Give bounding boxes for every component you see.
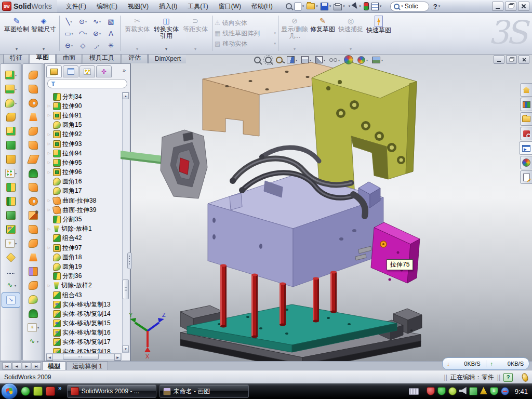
document-tab[interactable]: 模型 xyxy=(42,362,66,370)
restore-button[interactable] xyxy=(505,2,516,11)
tree-item[interactable]: 圆角18 xyxy=(46,252,122,262)
new-document-button[interactable] xyxy=(294,1,305,11)
solidworks-launcher-icon[interactable] xyxy=(46,387,55,396)
menu-item[interactable]: 工具(T) xyxy=(183,1,212,12)
first-page-button[interactable]: |◀ xyxy=(2,362,11,370)
appearances-tab[interactable] xyxy=(520,156,532,169)
mirror-entities-button[interactable]: 镜向实体 xyxy=(215,18,276,28)
tree-item[interactable]: 拉伸93 xyxy=(46,139,122,149)
tree-item[interactable]: 分割35 xyxy=(46,215,122,224)
tree-item[interactable]: 组合42 xyxy=(46,234,122,243)
file-explorer-tab[interactable] xyxy=(520,112,532,126)
move-copy-body-icon[interactable] xyxy=(2,222,20,236)
options-button[interactable] xyxy=(370,1,383,11)
scroll-thumb[interactable] xyxy=(63,354,99,360)
filter-box[interactable] xyxy=(47,79,127,88)
surface-revolve-icon[interactable] xyxy=(24,82,42,96)
messenger-icon[interactable] xyxy=(21,387,30,396)
doc-restore-button[interactable] xyxy=(506,55,517,64)
ruled-surface-icon[interactable] xyxy=(24,194,42,208)
zoom-to-fit-button[interactable] xyxy=(253,55,262,65)
extruded-boss-icon[interactable] xyxy=(2,68,20,82)
tree-item[interactable]: 拉伸94 xyxy=(46,149,122,158)
keyboard-layout-icon[interactable] xyxy=(409,388,419,395)
spline-tool[interactable]: ∿ xyxy=(90,16,104,28)
alert-icon[interactable] xyxy=(480,387,487,394)
tree-item[interactable]: 曲面-拉伸38 xyxy=(46,196,122,205)
minimize-button[interactable] xyxy=(492,2,503,11)
expand-icon[interactable] xyxy=(47,208,51,212)
sync-paused-icon[interactable] xyxy=(501,387,509,395)
taskbar-clock[interactable]: 9:41 xyxy=(515,388,528,395)
extruded-cut-icon[interactable] xyxy=(2,82,20,96)
box-select-tool[interactable]: ▧ xyxy=(104,16,118,28)
combine-icon[interactable] xyxy=(2,208,20,222)
tree-item[interactable]: 拉伸91 xyxy=(46,111,122,120)
menu-item[interactable]: 编辑(E) xyxy=(92,1,122,12)
tree-item[interactable]: 拉伸90 xyxy=(46,101,122,111)
taskbar-task-button[interactable]: SolidWorks 2009 - ... xyxy=(67,384,156,398)
polygon-tool[interactable]: ◇ xyxy=(76,39,90,51)
slot-tool[interactable]: ⊖ xyxy=(62,39,76,51)
expand-icon[interactable] xyxy=(47,170,51,175)
ribbon-tab[interactable]: DimXpert xyxy=(148,53,188,63)
panel-overflow-button[interactable]: » xyxy=(121,67,128,74)
dome-icon[interactable] xyxy=(24,307,42,321)
usb-device-icon[interactable] xyxy=(469,387,477,395)
rapid-sketch-button[interactable]: 快速草图 xyxy=(365,14,393,53)
horizontal-scrollbar[interactable]: ◀ ▶ xyxy=(46,353,122,360)
surface-sweep-icon[interactable] xyxy=(24,68,42,82)
sketch-button[interactable]: 草图绘制 xyxy=(3,14,30,53)
replace-face-icon[interactable] xyxy=(24,222,42,236)
featuremanager-tab[interactable] xyxy=(46,65,62,77)
quick-tips-button[interactable]: ? xyxy=(503,373,513,382)
sketch-fillet-tool[interactable]: ◞ xyxy=(90,39,104,51)
expand-icon[interactable] xyxy=(47,132,51,137)
configurationmanager-tab[interactable] xyxy=(79,65,95,77)
tree-item[interactable]: 切除-放样1 xyxy=(46,224,122,234)
curve-icon[interactable] xyxy=(2,278,20,292)
security-suite-icon[interactable] xyxy=(33,387,43,396)
revolved-boss-icon[interactable] xyxy=(2,124,20,138)
select-button[interactable] xyxy=(352,1,362,11)
move-entities-button[interactable]: 移动实体 xyxy=(215,39,276,48)
open-button[interactable] xyxy=(305,1,319,11)
view-orientation-button[interactable] xyxy=(300,55,312,65)
tree-item[interactable]: 拉伸92 xyxy=(46,130,122,139)
verified-badge-icon[interactable] xyxy=(448,387,457,395)
tree-item[interactable]: 拉伸97 xyxy=(46,243,122,252)
firewall-shield-icon[interactable] xyxy=(437,387,446,395)
tree-item[interactable]: 实体-移动/复制16 xyxy=(46,328,122,338)
model-cavity-block[interactable] xyxy=(208,174,383,287)
fillet-icon[interactable] xyxy=(2,96,20,110)
expand-icon[interactable] xyxy=(47,284,51,288)
tree-item[interactable]: 圆角17 xyxy=(46,187,122,196)
expand-icon[interactable] xyxy=(47,142,51,146)
panel-splitter-handle[interactable] xyxy=(127,252,132,269)
edit-appearance-button[interactable] xyxy=(343,55,354,65)
tree-item[interactable]: 分割36 xyxy=(46,272,122,281)
graphics-area[interactable]: Y Z X 拉伸75 xyxy=(130,63,532,361)
plane-icon[interactable] xyxy=(2,250,20,264)
resources-tab[interactable] xyxy=(520,83,532,97)
arc-tool[interactable]: ◠ xyxy=(76,28,90,39)
propertymanager-tab[interactable] xyxy=(63,65,78,77)
axis-icon[interactable] xyxy=(2,264,20,278)
menu-item[interactable]: 帮助(H) xyxy=(247,1,277,12)
help-dropdown-icon[interactable]: ▾ xyxy=(438,4,441,8)
reference-point-icon[interactable] xyxy=(24,321,42,335)
view-settings-button[interactable] xyxy=(371,55,384,65)
menu-item[interactable]: 窗口(W) xyxy=(214,1,246,12)
swept-boss-icon[interactable] xyxy=(2,110,20,124)
undo-button[interactable] xyxy=(347,1,352,11)
tree-item[interactable]: 切除-放样2 xyxy=(46,281,122,290)
mirror-feature-icon[interactable] xyxy=(2,180,20,194)
model-gray-clamp[interactable] xyxy=(161,130,207,198)
untrim-surface-icon[interactable] xyxy=(24,236,42,250)
expand-icon[interactable] xyxy=(47,104,51,108)
prev-page-button[interactable]: ◀ xyxy=(12,362,21,370)
search-input[interactable] xyxy=(405,3,425,10)
extend-surface-icon[interactable] xyxy=(24,250,42,264)
line-tool[interactable]: ╲ xyxy=(62,16,76,28)
dimxpertmanager-tab[interactable] xyxy=(96,65,112,77)
